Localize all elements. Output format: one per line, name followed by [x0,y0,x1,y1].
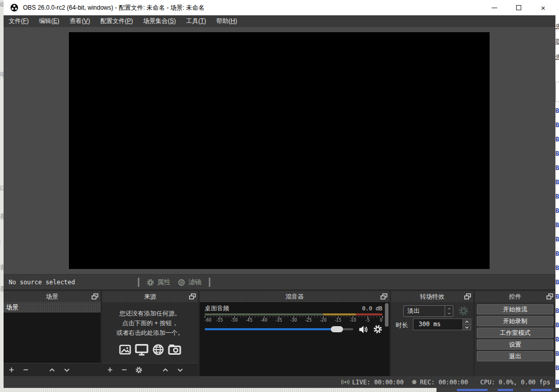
mixer-panel-header[interactable]: 混音器 [200,291,390,302]
volume-slider-fill [205,328,343,330]
sources-panel-title: 来源 [144,293,156,300]
meter-tick-label: -10 [349,318,356,323]
browser-source-icon globe-icon [152,344,164,356]
background-glyph: B [555,222,559,229]
transitions-panel-header[interactable]: 转场特效 [391,291,473,302]
maximize-button[interactable] [506,0,531,15]
background-bottom-right [436,388,559,392]
maximize-icon [516,5,521,10]
duration-increase-button[interactable] [463,319,471,324]
background-glyph: 清 [0,285,4,293]
studio-mode-button[interactable]: 工作室模式 [477,328,553,338]
transitions-body: 淡出 时长 300 ms [391,302,473,376]
menu-bar: 文件(F) 编辑(E) 查看(V) 配置文件(P) 场景集合(S) 工具(T) … [4,15,555,27]
background-glyph: 科 [0,70,4,79]
chevron-down-icon [447,311,451,315]
meter-label-row: -60-55-50-45-40-35-30-25-20-15-10-50 [205,318,382,323]
background-glyph: B [555,336,559,343]
broadcast-icon [341,378,350,386]
controls-panel-header[interactable]: 控件 [475,291,555,302]
filters-button[interactable]: 滤镜 [178,278,202,287]
meter-tick-label: -50 [231,318,237,323]
background-glyph: 短 [0,0,4,9]
duration-spinbox[interactable]: 300 ms [413,318,471,330]
close-button[interactable]: × [531,0,555,15]
volume-meter [205,313,382,315]
display-capture-icon [135,342,149,356]
scenes-toolbar [4,363,101,376]
menu-item-profile[interactable]: 配置文件(P) [95,15,138,27]
scenes-panel-header[interactable]: 场景 [4,291,101,302]
settings-button[interactable]: 设置 [477,339,553,350]
remove-source-button minus-icon[interactable] [121,366,128,373]
move-scene-down-button chevron-down-icon[interactable] [63,366,70,374]
properties-button[interactable]: 属性 [147,278,171,287]
popout-icon [464,293,471,300]
sources-panel-header[interactable]: 来源 [102,291,198,302]
scene-list[interactable]: 场景 [4,302,101,363]
chevron-down-icon [465,325,469,330]
source-toolbar-buttons: 属性 滤镜 [138,275,210,290]
mixer-scrollbar-thumb[interactable] [385,303,388,327]
filter-icon [178,279,185,286]
cpu-usage: CPU: 0.0%, 0.00 fps [480,379,550,386]
move-scene-up-button chevron-up-icon[interactable] [48,366,56,374]
window-controls: × [482,0,555,15]
move-source-down-button chevron-down-icon[interactable] [177,366,184,374]
live-time: LIVE: 00:00:00 [352,379,404,386]
chevron-up-icon [465,320,469,324]
mixer-settings-button gear-icon[interactable] [373,325,382,334]
background-glyph: B [555,121,559,129]
start-streaming-button[interactable]: 开始推流 [477,304,553,314]
background-glyph: B [555,207,559,214]
scenes-panel: 场景 场景 [4,291,101,376]
sources-empty-area[interactable]: 您还没有添加任何源。 点击下面的 + 按钮， 或者右击此处添加一个。 [102,302,198,363]
exit-button[interactable]: 退出 [477,351,553,361]
popout-icon [546,293,553,300]
preview-canvas[interactable] [69,32,490,269]
menu-item-file[interactable]: 文件(F) [4,15,34,27]
audio-level-db: 0.0 dB [362,305,382,312]
transition-properties-button gear-icon[interactable] [458,306,469,316]
background-bottom-left [4,388,436,392]
menu-item-tools[interactable]: 工具(T) [181,15,211,27]
audio-mixer-panel: 混音器 桌面音频 0.0 dB -60-55-50-45-40-35-30-25… [200,291,390,376]
background-glyph: B [555,293,559,300]
menu-item-help[interactable]: 帮助(H) [211,15,242,27]
transition-selected-value: 淡出 [407,306,420,316]
add-scene-button plus-icon[interactable] [8,366,15,373]
camera-source-icon [168,343,181,356]
background-glyph: B [555,279,559,286]
start-recording-button[interactable]: 开始录制 [477,316,553,326]
mute-button speaker-icon[interactable] [358,325,368,334]
menu-item-edit[interactable]: 编辑(E) [34,15,64,27]
menu-item-view[interactable]: 查看(V) [64,15,95,27]
move-source-up-button chevron-up-icon[interactable] [162,366,169,374]
background-glyph: B [555,150,559,157]
source-properties-button gear-icon[interactable] [135,366,142,374]
volume-slider-handle[interactable] [331,326,343,332]
remove-scene-button minus-icon[interactable] [22,366,29,373]
meter-tick-label: -55 [216,318,223,323]
duration-label: 时长 [396,321,408,330]
menu-item-scene-collection[interactable]: 场景集合(S) [138,15,181,27]
background-window-right-sliver: BBBBBBBBBBBBBBBBBBBB 先取先 [555,0,559,392]
minimize-button[interactable] [482,0,506,15]
meter-tick-label: -15 [334,318,341,323]
title-bar[interactable]: OBS 26.0.0-rc2 (64-bit, windows) - 配置文件:… [4,0,555,15]
add-source-button plus-icon[interactable] [107,366,113,373]
background-window-left-sliver: 短科53清)清清 [0,0,4,392]
preview-area [4,27,555,274]
meter-tick-label: -30 [290,318,297,323]
background-glyph: B [555,322,559,329]
meter-tick-label: -20 [320,318,326,323]
transition-select[interactable]: 淡出 [403,305,453,317]
background-glyph: 53 [0,185,4,192]
meter-tick-label: -45 [246,318,252,323]
scene-list-item[interactable]: 场景 [4,302,101,312]
background-glyph: B [555,193,559,200]
duration-decrease-button[interactable] [463,324,471,330]
scenes-panel-title: 场景 [46,293,58,300]
controls-body: 开始推流 开始录制 工作室模式 设置 退出 [475,302,555,376]
volume-slider[interactable] [205,326,353,332]
